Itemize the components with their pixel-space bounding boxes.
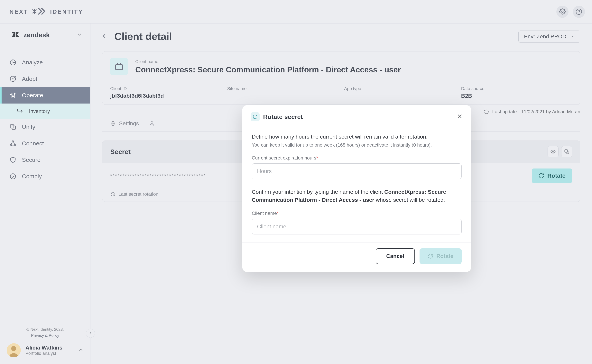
caret-down-icon bbox=[570, 34, 575, 39]
tab-settings[interactable]: Settings bbox=[110, 120, 139, 131]
client-id-field: Client ID jbf3dabf3d6f3dabf3d bbox=[110, 86, 221, 99]
user-role: Portfolio analyst bbox=[26, 351, 62, 356]
rotate-label: Rotate bbox=[547, 172, 566, 179]
sidebar-item-label: Operate bbox=[22, 92, 43, 99]
sidebar-footer: © Next Identity, 2023. Privacy & Policy … bbox=[0, 323, 90, 364]
sidebar-item-label: Comply bbox=[22, 173, 42, 180]
last-update-value: 11/02/2021 by Adrian Moran bbox=[521, 109, 580, 115]
sidebar-item-secure[interactable]: Secure bbox=[0, 152, 90, 168]
modal-rotate-button[interactable]: Rotate bbox=[420, 248, 462, 264]
client-card: Client name ConnectXpress: Secure Commun… bbox=[102, 51, 580, 105]
tab-hidden-1[interactable] bbox=[149, 120, 155, 131]
env-label: Env: Zend PROD bbox=[524, 33, 566, 40]
gear-icon bbox=[110, 121, 116, 126]
tenant-switcher[interactable]: zendesk bbox=[0, 24, 90, 47]
rotate-secret-modal: Rotate secret Define how many hours the … bbox=[242, 105, 471, 272]
last-rotation-label: Last secret rotation bbox=[118, 191, 158, 197]
svg-point-7 bbox=[562, 11, 563, 13]
app-type-field: App type bbox=[344, 86, 455, 99]
client-name-label: Client name* bbox=[252, 211, 462, 216]
back-button[interactable] bbox=[102, 32, 109, 40]
env-selector[interactable]: Env: Zend PROD bbox=[518, 31, 580, 43]
refresh-small-icon bbox=[110, 192, 115, 197]
sidebar-item-label: Secure bbox=[22, 156, 40, 163]
history-icon bbox=[484, 109, 489, 114]
nodes-icon bbox=[9, 140, 16, 147]
help-icon-button[interactable] bbox=[573, 6, 585, 18]
last-update-label: Last update: bbox=[492, 109, 518, 115]
sidebar-item-operate[interactable]: Operate bbox=[0, 87, 90, 104]
rotate-secret-button[interactable]: Rotate bbox=[532, 169, 572, 183]
svg-point-22 bbox=[14, 144, 16, 146]
rotate-icon bbox=[538, 173, 544, 179]
sidebar-item-adopt[interactable]: Adopt bbox=[0, 71, 90, 87]
rotate-icon bbox=[251, 112, 260, 121]
brand-chevrons-icon bbox=[32, 7, 47, 16]
tab-label: Settings bbox=[119, 120, 139, 127]
sidebar-item-label: Connect bbox=[22, 140, 44, 147]
copy-icon bbox=[564, 149, 569, 154]
data-source-field: Data source B2B bbox=[461, 86, 572, 99]
svg-point-9 bbox=[579, 13, 579, 13]
target-icon bbox=[9, 75, 16, 82]
sidebar-subitem-inventory[interactable]: Inventory bbox=[0, 104, 90, 119]
avatar bbox=[7, 343, 21, 357]
main: Client detail Env: Zend PROD Client name… bbox=[91, 24, 592, 364]
eye-icon bbox=[550, 149, 556, 154]
secret-masked: *************************************** bbox=[110, 173, 206, 178]
copyright: © Next Identity, 2023. bbox=[0, 327, 90, 332]
modal-cancel-button[interactable]: Cancel bbox=[376, 248, 415, 264]
sidebar-item-label: Analyze bbox=[22, 59, 43, 66]
corner-arrow-icon bbox=[16, 108, 24, 115]
svg-rect-27 bbox=[116, 65, 123, 70]
modal-close-button[interactable] bbox=[457, 113, 463, 120]
hours-label: Current secret expiration hours* bbox=[252, 155, 462, 161]
sidebar-nav: Analyze Adopt Operate Inventory bbox=[0, 47, 90, 323]
client-name-input[interactable] bbox=[252, 219, 462, 234]
sidebar-item-label: Unify bbox=[22, 124, 35, 130]
svg-point-28 bbox=[112, 123, 114, 124]
svg-point-20 bbox=[12, 141, 14, 142]
privacy-link[interactable]: Privacy & Policy bbox=[31, 333, 59, 338]
sidebar-item-connect[interactable]: Connect bbox=[0, 135, 90, 152]
chevron-down-icon bbox=[77, 32, 82, 38]
svg-point-30 bbox=[553, 151, 554, 152]
svg-point-25 bbox=[11, 346, 16, 351]
secret-title: Secret bbox=[110, 148, 130, 156]
zendesk-logo-icon bbox=[11, 30, 20, 39]
shield-icon bbox=[9, 156, 16, 163]
brand-left: NEXT bbox=[9, 8, 28, 15]
site-name-field: Site name bbox=[227, 86, 338, 99]
sidebar: zendesk Analyze Adopt bbox=[0, 24, 91, 364]
modal-rotate-label: Rotate bbox=[436, 253, 453, 259]
modal-confirm-text: Confirm your intention by typing the nam… bbox=[252, 188, 462, 204]
brand-right: IDENTITY bbox=[50, 8, 83, 15]
titlebar: Client detail bbox=[102, 31, 580, 42]
close-icon bbox=[457, 113, 463, 119]
client-name-label: Client name bbox=[135, 59, 401, 64]
svg-point-21 bbox=[10, 144, 12, 146]
sidebar-item-comply[interactable]: Comply bbox=[0, 168, 90, 185]
modal-title: Rotate secret bbox=[263, 113, 303, 121]
settings-icon-button[interactable] bbox=[556, 6, 568, 18]
svg-point-29 bbox=[151, 122, 153, 124]
svg-point-8 bbox=[576, 9, 582, 14]
sliders-icon bbox=[9, 92, 16, 99]
page-title: Client detail bbox=[114, 31, 172, 42]
copy-secret-button[interactable] bbox=[561, 146, 572, 157]
brand: NEXT IDENTITY bbox=[9, 7, 83, 16]
client-name: ConnectXpress: Secure Communication Plat… bbox=[135, 65, 401, 74]
sidebar-item-unify[interactable]: Unify bbox=[0, 119, 90, 135]
svg-point-11 bbox=[12, 78, 13, 79]
user-menu[interactable]: Alicia Watkins Portfolio analyst bbox=[0, 338, 90, 364]
briefcase-icon bbox=[110, 58, 128, 75]
sidebar-item-analyze[interactable]: Analyze bbox=[0, 54, 90, 71]
svg-point-23 bbox=[10, 174, 16, 179]
layers-icon bbox=[9, 124, 16, 130]
reveal-secret-button[interactable] bbox=[547, 146, 559, 157]
user-icon bbox=[149, 121, 155, 126]
topbar: NEXT IDENTITY bbox=[0, 0, 592, 24]
check-circle-icon bbox=[9, 173, 16, 180]
chevron-up-icon bbox=[78, 347, 84, 354]
hours-input[interactable] bbox=[252, 163, 462, 179]
